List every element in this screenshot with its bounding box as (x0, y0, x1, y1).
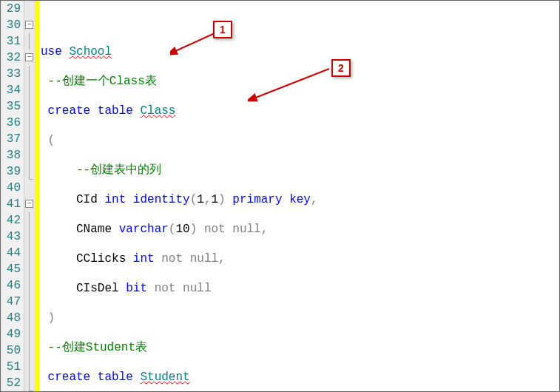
line-number: 40 (1, 180, 21, 196)
line-number: 52 (1, 375, 21, 391)
type-bit: bit (126, 282, 147, 295)
keyword-null: null (190, 252, 218, 266)
fold-guide-line (29, 147, 30, 163)
line-number: 36 (1, 115, 21, 131)
col-cname: CName (76, 223, 112, 236)
code-area[interactable]: use School --创建一个Class表 create table Cla… (39, 1, 559, 391)
comment: --创建Student表 (48, 341, 147, 354)
paren: ) (48, 311, 55, 325)
fold-guide-line (29, 212, 30, 229)
line-number: 35 (1, 98, 21, 115)
line-number: 38 (1, 147, 21, 163)
line-number: 51 (1, 359, 21, 375)
identifier-student: Student (140, 371, 189, 384)
line-number: 44 (1, 245, 21, 261)
line-number: 34 (1, 82, 21, 98)
keyword-not: not (204, 223, 226, 236)
num: 10 (175, 223, 189, 236)
keyword-not: not (155, 282, 176, 295)
fold-guide-line (29, 82, 30, 98)
fold-guide-line (29, 98, 30, 115)
line-number: 50 (1, 342, 21, 359)
line-number: 31 (1, 33, 21, 50)
paren: ( (190, 193, 198, 206)
line-number: 47 (1, 294, 21, 310)
fold-column[interactable]: −−− (24, 1, 35, 391)
fold-guide-line (29, 245, 30, 261)
line-number: 32 (1, 50, 21, 66)
keyword-create: create (48, 104, 91, 118)
line-number: 39 (1, 163, 21, 180)
fold-guide-line (29, 310, 30, 326)
keyword-table: table (98, 104, 133, 118)
fold-guide-line (29, 326, 30, 342)
paren: ) (218, 193, 226, 206)
line-number: 42 (1, 212, 21, 229)
line-number: 41 (1, 196, 21, 212)
comma: , (311, 193, 318, 206)
fold-guide-line (29, 342, 30, 359)
line-number-gutter: 2930313233343536373839404142434445464748… (1, 1, 24, 391)
line-number: 46 (1, 277, 21, 294)
keyword-use: use (41, 45, 62, 58)
comment: --创建一个Class表 (48, 75, 157, 88)
fold-guide-line (29, 277, 30, 294)
identifier-class: Class (140, 104, 175, 118)
col-cisdel: CIsDel (76, 282, 119, 295)
keyword-create: create (48, 371, 91, 384)
num: 1 (212, 193, 219, 206)
num: 1 (197, 193, 204, 206)
identifier-school: School (69, 45, 112, 58)
type-int: int (133, 252, 155, 266)
fold-guide-line (29, 115, 30, 131)
fold-guide-line (29, 66, 30, 82)
comma: , (261, 223, 269, 236)
line-number: 37 (1, 131, 21, 147)
keyword-not: not (161, 252, 183, 266)
fold-guide-line (29, 359, 30, 375)
fold-guide-line (29, 229, 30, 245)
col-cid: CId (76, 193, 98, 206)
fold-guide-line (29, 163, 30, 180)
fold-guide-line (29, 131, 30, 147)
keyword-null: null (183, 282, 211, 295)
line-number: 45 (1, 261, 21, 277)
keyword-identity: identity (133, 193, 190, 206)
line-number: 30 (1, 17, 21, 33)
paren: ( (48, 134, 55, 147)
fold-guide-line (29, 375, 30, 391)
fold-toggle-icon[interactable]: − (25, 200, 33, 208)
fold-guide-line (29, 261, 30, 277)
line-number: 43 (1, 229, 21, 245)
type-int: int (104, 193, 126, 206)
comma: , (218, 252, 226, 266)
col-cclicks: CClicks (76, 252, 126, 266)
fold-guide-line (29, 294, 30, 310)
line-number: 48 (1, 310, 21, 326)
fold-guide-line (29, 33, 30, 50)
line-number: 29 (1, 1, 21, 17)
keyword-key: key (289, 193, 311, 206)
fold-toggle-icon[interactable]: − (25, 21, 33, 29)
line-number: 49 (1, 326, 21, 342)
code-editor[interactable]: 2930313233343536373839404142434445464748… (0, 0, 560, 392)
keyword-null: null (232, 223, 260, 236)
keyword-table: table (98, 371, 133, 384)
keyword-primary: primary (232, 193, 282, 206)
type-varchar: varchar (119, 223, 169, 236)
fold-toggle-icon[interactable]: − (25, 53, 33, 61)
line-number: 33 (1, 66, 21, 82)
comment: --创建表中的列 (76, 163, 161, 177)
comma: , (204, 193, 212, 206)
paren: ) (190, 223, 198, 236)
